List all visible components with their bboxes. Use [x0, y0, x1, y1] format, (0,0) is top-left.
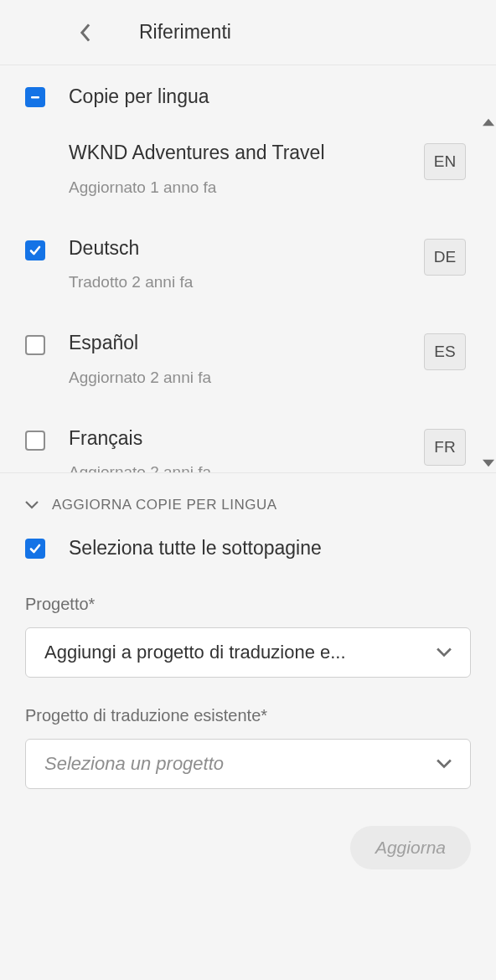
check-icon — [28, 542, 42, 555]
language-name: WKND Adventures and Travel — [69, 142, 400, 165]
language-copies-title: Copie per lingua — [69, 85, 209, 108]
language-copies-header: Copie per lingua — [0, 65, 496, 108]
language-checkbox[interactable] — [25, 240, 45, 260]
back-button[interactable] — [75, 23, 96, 43]
language-code-badge: DE — [424, 239, 466, 276]
language-status: Aggiornato 1 anno fa — [69, 178, 400, 197]
language-name: Deutsch — [69, 237, 400, 260]
language-list-scroll: WKND Adventures and TravelAggiornato 1 a… — [0, 113, 496, 473]
existing-project-select[interactable]: Seleziona un progetto — [25, 739, 471, 789]
update-language-copies-title: AGGIORNA COPIE PER LINGUA — [52, 497, 277, 513]
project-field: Progetto* Aggiungi a progetto di traduzi… — [0, 585, 496, 696]
panel-header: Riferimenti — [0, 0, 496, 65]
language-status: Tradotto 2 anni fa — [69, 273, 400, 291]
select-all-subpages-checkbox[interactable] — [25, 539, 45, 559]
language-name: Français — [69, 427, 400, 451]
existing-project-label: Progetto di traduzione esistente* — [25, 706, 471, 725]
language-name: Español — [69, 332, 400, 355]
svg-rect-0 — [31, 96, 39, 99]
language-checkbox[interactable] — [25, 335, 45, 355]
subpages-row: Seleziona tutte le sottopagine — [0, 529, 496, 585]
language-text: FrançaisAggiornato 2 anni fa — [69, 427, 400, 472]
language-text: EspañolAggiornato 2 anni fa — [69, 332, 400, 387]
chevron-left-icon — [80, 23, 91, 42]
language-status: Aggiornato 2 anni fa — [69, 463, 400, 472]
select-all-languages-checkbox[interactable] — [25, 87, 45, 107]
check-icon — [28, 244, 42, 257]
existing-project-placeholder: Seleziona un progetto — [44, 753, 224, 775]
update-button[interactable]: Aggiorna — [350, 826, 471, 869]
language-text: WKND Adventures and TravelAggiornato 1 a… — [69, 142, 400, 197]
project-label: Progetto* — [25, 595, 471, 614]
language-status: Aggiornato 2 anni fa — [69, 369, 400, 387]
chevron-down-icon — [437, 756, 452, 771]
language-code-badge: FR — [424, 429, 466, 466]
language-text: DeutschTradotto 2 anni fa — [69, 237, 400, 292]
project-select-value: Aggiungi a progetto di traduzione e... — [44, 642, 346, 663]
language-code-badge: ES — [424, 333, 466, 370]
select-all-subpages-label: Seleziona tutte le sottopagine — [69, 537, 322, 560]
panel-footer: Aggiorna — [0, 807, 496, 888]
minus-icon — [28, 90, 42, 104]
existing-project-field: Progetto di traduzione esistente* Selezi… — [0, 696, 496, 807]
panel-title: Riferimenti — [139, 21, 231, 44]
language-item[interactable]: WKND Adventures and TravelAggiornato 1 a… — [25, 142, 486, 197]
language-checkbox[interactable] — [25, 431, 45, 451]
references-panel: Riferimenti Copie per lingua WKND Advent… — [0, 0, 496, 980]
language-list[interactable]: WKND Adventures and TravelAggiornato 1 a… — [0, 113, 496, 472]
project-select[interactable]: Aggiungi a progetto di traduzione e... — [25, 627, 471, 678]
language-item[interactable]: FrançaisAggiornato 2 anni faFR — [25, 427, 486, 472]
language-code-badge: EN — [424, 143, 466, 180]
language-item[interactable]: EspañolAggiornato 2 anni faES — [25, 332, 486, 387]
language-item[interactable]: DeutschTradotto 2 anni faDE — [25, 237, 486, 292]
chevron-down-icon — [25, 498, 39, 512]
chevron-down-icon — [437, 645, 452, 660]
update-language-copies-toggle[interactable]: AGGIORNA COPIE PER LINGUA — [0, 473, 496, 529]
